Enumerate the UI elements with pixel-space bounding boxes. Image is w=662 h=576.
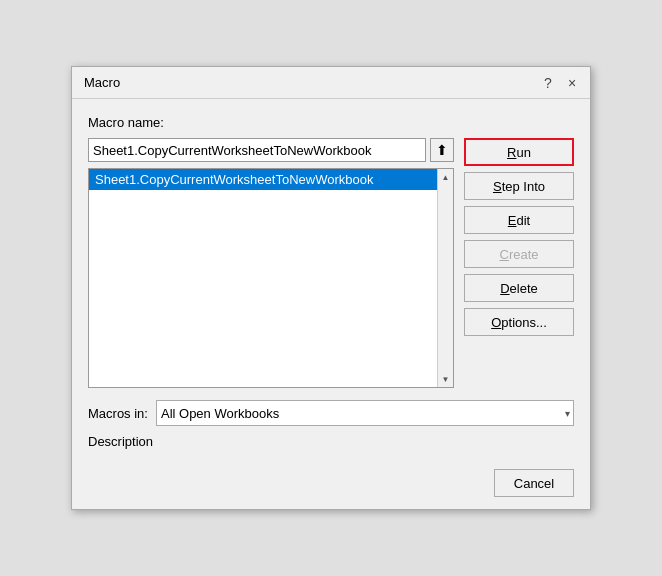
options-button[interactable]: Options... — [464, 308, 574, 336]
scroll-up-arrow[interactable]: ▲ — [438, 169, 454, 185]
scrollbar: ▲ ▼ — [437, 169, 453, 387]
macros-in-select[interactable]: All Open Workbooks — [156, 400, 574, 426]
create-label: Create — [499, 247, 538, 262]
macro-name-input[interactable] — [88, 138, 426, 162]
dialog-footer: Cancel — [72, 461, 590, 509]
step-into-label: Step Into — [493, 179, 545, 194]
dialog-body: Macro name: ⬆ Sheet1.CopyCurrentWorkshee… — [72, 99, 590, 461]
macro-name-label: Macro name: — [88, 115, 574, 130]
run-label: Run — [507, 145, 531, 160]
macro-list-container: Sheet1.CopyCurrentWorksheetToNewWorkbook… — [88, 168, 454, 388]
macro-name-row: ⬆ — [88, 138, 454, 162]
create-button[interactable]: Create — [464, 240, 574, 268]
macros-in-row: Macros in: All Open Workbooks ▾ — [88, 400, 574, 426]
dialog-title: Macro — [84, 75, 120, 90]
scroll-track[interactable] — [438, 185, 453, 371]
macro-dialog: Macro ? × Macro name: ⬆ — [71, 66, 591, 510]
delete-label: Delete — [500, 281, 538, 296]
right-panel: Run Step Into Edit Create Delete Options… — [464, 138, 574, 336]
title-bar-controls: ? × — [538, 73, 582, 93]
left-panel: ⬆ Sheet1.CopyCurrentWorksheetToNewWorkbo… — [88, 138, 454, 388]
upload-icon: ⬆ — [436, 142, 448, 158]
edit-button[interactable]: Edit — [464, 206, 574, 234]
upload-button[interactable]: ⬆ — [430, 138, 454, 162]
cancel-button[interactable]: Cancel — [494, 469, 574, 497]
title-bar: Macro ? × — [72, 67, 590, 99]
edit-label: Edit — [508, 213, 530, 228]
title-bar-left: Macro — [84, 75, 120, 90]
run-button[interactable]: Run — [464, 138, 574, 166]
step-into-button[interactable]: Step Into — [464, 172, 574, 200]
scroll-down-arrow[interactable]: ▼ — [438, 371, 454, 387]
macros-in-select-wrapper: All Open Workbooks ▾ — [156, 400, 574, 426]
bottom-section: Macros in: All Open Workbooks ▾ Descript… — [88, 400, 574, 449]
close-button[interactable]: × — [562, 73, 582, 93]
delete-button[interactable]: Delete — [464, 274, 574, 302]
options-label: Options... — [491, 315, 547, 330]
list-item[interactable]: Sheet1.CopyCurrentWorksheetToNewWorkbook — [89, 169, 437, 190]
main-content: ⬆ Sheet1.CopyCurrentWorksheetToNewWorkbo… — [88, 138, 574, 388]
description-label: Description — [88, 434, 574, 449]
macro-list: Sheet1.CopyCurrentWorksheetToNewWorkbook — [89, 169, 453, 387]
help-button[interactable]: ? — [538, 73, 558, 93]
macros-in-label: Macros in: — [88, 406, 148, 421]
